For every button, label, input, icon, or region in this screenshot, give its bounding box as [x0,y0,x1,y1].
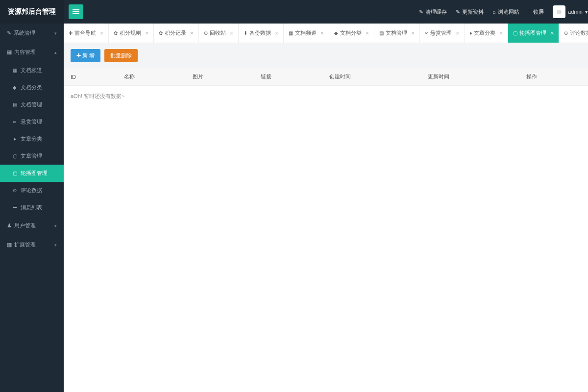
action-icon: ✎ [456,9,460,15]
tab-label: 评论数据 [570,29,588,37]
close-icon[interactable]: × [499,30,503,37]
item-icon: ⊙ [12,188,18,193]
column-header: 更新时间 [421,68,519,86]
tab-icon: ⊙ [204,30,208,36]
sidebar-section-head[interactable]: ▦扩展管理▾ [0,235,64,254]
tab-icon: ♦ [469,30,472,36]
header-action[interactable]: ✎清理缓存 [419,8,447,16]
tab-label: 文档频道 [295,29,317,37]
tab[interactable]: ▢轮播图管理× [508,24,559,43]
action-icon: ⌂ [492,9,496,15]
column-header: 链接 [254,68,322,86]
section-label: 内容管理 [14,49,36,56]
sidebar-section-head[interactable]: ✎系统管理▾ [0,24,64,43]
header-action[interactable]: ⌂浏览网站 [492,8,519,16]
tab[interactable]: ⬇备份数据× [239,24,284,43]
column-header: 名称 [117,68,186,86]
tab[interactable]: ♦文章分类× [465,24,508,43]
sidebar-item[interactable]: ▦文档频道 [0,62,64,79]
item-label: 文章分类 [21,135,42,143]
tabs-bar: ✚前台导航×✿积分规则×✿积分记录×⊙回收站×⬇备份数据×▦文档频道×◆文档分类… [64,24,588,43]
close-icon[interactable]: × [411,30,415,37]
chevron-icon: ▾ [54,223,57,228]
action-label: 锁屏 [533,8,544,16]
column-header: 创建时间 [322,68,421,86]
header-action[interactable]: ✎更新资料 [456,8,484,16]
item-label: 评论数据 [21,187,42,194]
item-label: 文档管理 [21,101,42,108]
sidebar-item[interactable]: ∞悬赏管理 [0,113,64,130]
close-icon[interactable]: × [366,30,369,37]
tab-label: 积分记录 [165,29,186,37]
chevron-icon: ▾ [54,31,57,36]
close-icon[interactable]: × [100,30,103,37]
close-icon[interactable]: × [145,30,148,37]
sidebar-item[interactable]: ♦文章分类 [0,130,64,147]
batch-delete-button[interactable]: 批量删除 [104,49,138,62]
close-icon[interactable]: × [456,30,459,37]
sidebar-item[interactable]: ☰消息列表 [0,199,64,216]
close-icon[interactable]: × [230,30,233,37]
sidebar-item[interactable]: ▢轮播图管理 [0,165,64,182]
action-icon: ≡ [528,9,531,15]
toolbar: ✚ 新 增 批量删除 [64,43,588,68]
tab[interactable]: ◆文档分类× [329,24,374,43]
item-label: 消息列表 [21,204,42,211]
menu-toggle-button[interactable] [69,4,83,19]
close-icon[interactable]: × [320,30,324,37]
tab-icon: ▤ [379,30,384,36]
tab[interactable]: ✿积分记录× [154,24,199,43]
section-icon: ♟ [7,222,12,229]
tab-icon: ✿ [114,30,118,36]
tab-icon: ✚ [69,30,73,36]
section-label: 用户管理 [14,222,36,229]
chevron-icon: ▾ [54,243,57,247]
tab[interactable]: ⊙回收站× [199,24,239,43]
sidebar-item[interactable]: ▤文档管理 [0,96,64,113]
sidebar-section-head[interactable]: ▦内容管理▴ [0,43,64,62]
item-icon: ▦ [12,68,18,73]
tab[interactable]: ✿积分规则× [109,24,154,43]
close-icon[interactable]: × [275,30,278,37]
column-header: 操作 [519,68,588,86]
tab[interactable]: ∞悬赏管理× [420,24,465,43]
tab[interactable]: ▤文档管理× [374,24,420,43]
tab[interactable]: ▦文档频道× [284,24,329,43]
chevron-icon: ▴ [54,50,57,55]
tab-icon: ▦ [289,30,293,36]
user-menu[interactable]: ☻ admin ▾ [553,5,588,18]
tab[interactable]: ✚前台导航× [64,24,109,43]
action-icon: ✎ [419,9,423,15]
item-label: 轮播图管理 [21,170,48,177]
item-icon: ▤ [12,102,18,107]
tab-label: 备份数据 [249,29,271,37]
item-icon: ∞ [12,119,18,124]
tab-label: 回收站 [210,29,226,37]
tab-label: 文档分类 [340,29,362,37]
avatar-icon: ☻ [553,5,565,18]
sidebar-item[interactable]: ◆文档分类 [0,79,64,96]
add-button[interactable]: ✚ 新 增 [71,49,100,62]
item-label: 文档频道 [21,67,42,74]
tab-label: 悬赏管理 [430,29,452,37]
empty-message: aOh! 暂时还没有数据~ [64,86,588,107]
tab-icon: ◆ [334,30,338,36]
tab-icon: ▢ [513,30,517,36]
action-label: 清理缓存 [425,8,447,16]
tab-label: 前台导航 [74,29,96,37]
item-icon: ♦ [12,136,18,142]
close-icon[interactable]: × [550,30,554,37]
header-action[interactable]: ≡锁屏 [528,8,544,16]
sidebar-item[interactable]: ⊙评论数据 [0,182,64,199]
sidebar-section-head[interactable]: ♟用户管理▾ [0,216,64,235]
chevron-down-icon: ▾ [585,9,588,15]
sidebar-item[interactable]: ▢文章管理 [0,147,64,165]
item-icon: ◆ [12,85,18,90]
tab-label: 轮播图管理 [519,29,546,37]
column-header: ID [64,68,117,86]
close-icon[interactable]: × [190,30,194,37]
tab[interactable]: ⊙评论数据× [559,24,588,43]
tab-icon: ⊙ [564,30,568,36]
item-label: 悬赏管理 [21,118,42,125]
tab-icon: ✿ [159,30,163,36]
